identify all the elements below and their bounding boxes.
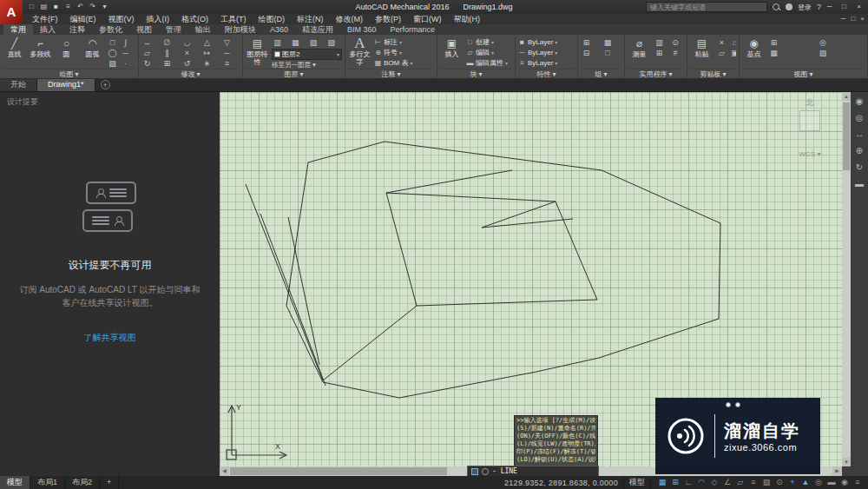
polyline-tool[interactable]: ⌐多段线 [29,36,52,69]
selection-cycling-toggle[interactable]: ⊙ [773,477,786,488]
model-space-indicator[interactable]: 模型 [623,476,651,489]
mirror-tool-icon[interactable]: ↺ [181,58,193,69]
dimension-tool[interactable]: ⊢标注▾ [374,37,434,47]
panel-draw-label[interactable]: 绘图 ▾ [3,69,135,78]
named-views-tool-icon[interactable]: ▦ [768,48,779,58]
tab-parametric[interactable]: 参数化 [92,24,129,35]
minimize-button[interactable]: ─ [822,0,837,13]
showmotion-icon[interactable]: ▬ [855,179,864,189]
orbit-icon[interactable]: ↻ [856,162,863,173]
fillet-tool-icon[interactable]: ◡ [181,37,193,48]
ellipse-tool-icon[interactable]: ◯ [107,48,118,58]
viewcube-compass-icon[interactable]: ◉ [856,96,864,107]
erase-tool-icon[interactable]: ∅ [161,37,173,48]
circle-tool[interactable]: ○圆 [55,36,78,69]
panel-layers-label[interactable]: 图层 ▾ [246,69,342,78]
menu-help[interactable]: 帮助(H) [448,14,487,24]
qat-undo-button-icon[interactable]: ↶ [75,2,86,12]
panel-view-label[interactable]: 视图 ▾ [742,69,865,78]
group-edit-tool-icon[interactable]: ▦ [602,37,614,48]
edit-attributes-tool[interactable]: ▬编辑属性▾ [466,58,512,68]
tab-home[interactable]: 常用 [3,24,33,35]
bom-table-tool[interactable]: ▦BOM 表▾ [374,58,434,68]
doc-restore-button[interactable]: □ [851,14,855,24]
vertical-scroll-thumb[interactable] [843,102,850,170]
tab-view[interactable]: 视图 [129,24,159,35]
qat-redo-button-icon[interactable]: ↷ [87,2,98,12]
maximize-button[interactable]: □ [837,0,852,13]
annotation-monitor-toggle[interactable]: ▬ [825,477,838,488]
layer-off-tool-icon[interactable]: ▥ [272,37,283,48]
polar-tracking-toggle[interactable]: ◠ [695,477,707,488]
panel-clipboard-label[interactable]: 剪贴板 ▾ [690,69,736,78]
learn-shared-views-link[interactable]: 了解共享视图 [0,332,220,344]
tab-a360[interactable]: A360 [263,24,295,35]
symbol-tool[interactable]: ⊕符号▾ [374,48,434,57]
menu-window[interactable]: 窗口(W) [407,14,448,24]
vertical-scrollbar[interactable]: ▲ ▼ [842,92,851,466]
menu-view[interactable]: 视图(V) [102,14,141,24]
object-snap-toggle[interactable]: ▱ [734,477,746,488]
dynamic-input-toggle[interactable]: + [786,477,799,488]
visual-styles-tool-icon[interactable]: ▨ [818,48,829,58]
isometric-drafting-toggle[interactable]: ◇ [708,477,720,488]
id-point-tool-icon[interactable]: ⊙ [670,37,681,48]
rectangle-tool-icon[interactable]: □ [107,37,118,48]
copy-tool-icon[interactable]: ▱ [141,48,153,58]
arc-tool[interactable]: ◠圆弧 [81,36,104,69]
region-tool-icon[interactable]: ▣ [133,37,135,48]
search-input[interactable] [646,2,767,12]
array-tool-icon[interactable]: ⊞ [161,58,173,69]
panel-utilities-label[interactable]: 实用程序 ▾ [628,69,684,78]
command-customize-icon[interactable] [471,468,478,475]
doc-close-button[interactable]: × [860,14,865,24]
help-icon[interactable]: ? [817,3,821,11]
horizontal-scroll-thumb[interactable] [230,467,447,475]
menu-dimension[interactable]: 标注(N) [291,14,330,24]
mtext-tool[interactable]: A多行文字 [348,36,372,69]
layer-lock-tool-icon[interactable]: ▨ [326,37,337,48]
ortho-mode-toggle[interactable]: ∟ [682,477,694,488]
grid-display-toggle[interactable]: ▦ [656,477,668,488]
signin-button[interactable]: 登录 [798,3,812,12]
menu-draw[interactable]: 绘图(D) [253,14,292,24]
paste-special-tool-icon[interactable]: ▣ [729,48,736,58]
command-search-icon[interactable] [482,468,489,475]
qat-print-button-icon[interactable]: ≡ [62,2,74,12]
scale-tool-icon[interactable]: △ [201,37,213,48]
quick-select-tool-icon[interactable]: ▥ [654,37,665,48]
qat-save-button-icon[interactable]: ■ [50,2,62,12]
tab-performance[interactable]: Performance [384,24,443,35]
insert-block-tool[interactable]: ▣插入 [440,36,464,69]
layer-isolate-tool-icon[interactable]: ▦ [290,37,301,48]
match-properties-tool-icon[interactable]: ⌂ [729,37,736,48]
transparency-toggle[interactable]: ▨ [760,477,773,488]
menu-tools[interactable]: 工具(T) [214,14,253,24]
break-tool-icon[interactable]: ─ [221,48,233,58]
tab-insert[interactable]: 插入 [33,24,62,35]
snap-mode-toggle[interactable]: ⊞ [669,477,681,488]
viewport-tool-icon[interactable]: ⊞ [768,37,779,48]
annotation-visibility-toggle[interactable]: ▲ [799,477,812,488]
copy-clip-tool-icon[interactable]: ▱ [716,48,727,58]
spline-tool-icon[interactable]: ∫ [120,37,131,48]
scroll-left-icon[interactable]: ◀ [220,466,229,476]
line-tool[interactable]: ╱直线 [3,36,26,69]
panel-modify-label[interactable]: 修改 ▾ [141,69,240,78]
tab-manage[interactable]: 管理 [159,24,188,35]
menu-file[interactable]: 文件(F) [26,14,64,24]
quick-calc-tool-icon[interactable]: ⊞ [654,48,665,58]
add-layout-button[interactable]: + [100,476,119,489]
autocad-logo-icon[interactable]: A [0,0,23,24]
chamfer-tool-icon[interactable]: ▽ [221,37,233,48]
panel-block-label[interactable]: 块 ▾ [440,69,512,78]
move-to-another-layer[interactable]: 移至另一图层 ▾ [272,61,342,69]
move-tool-icon[interactable]: ↔ [141,37,153,48]
rotate-tool-icon[interactable]: ↻ [141,58,153,69]
tab-featured-apps[interactable]: 精选应用 [295,24,340,35]
menu-insert[interactable]: 插入(I) [141,14,176,24]
viewcube[interactable]: 北 WCS ▾ [790,97,830,158]
navigation-wheel-icon[interactable]: ◎ [856,113,864,123]
menu-parametric[interactable]: 参数(P) [369,14,407,24]
user-avatar-icon[interactable] [786,3,792,10]
